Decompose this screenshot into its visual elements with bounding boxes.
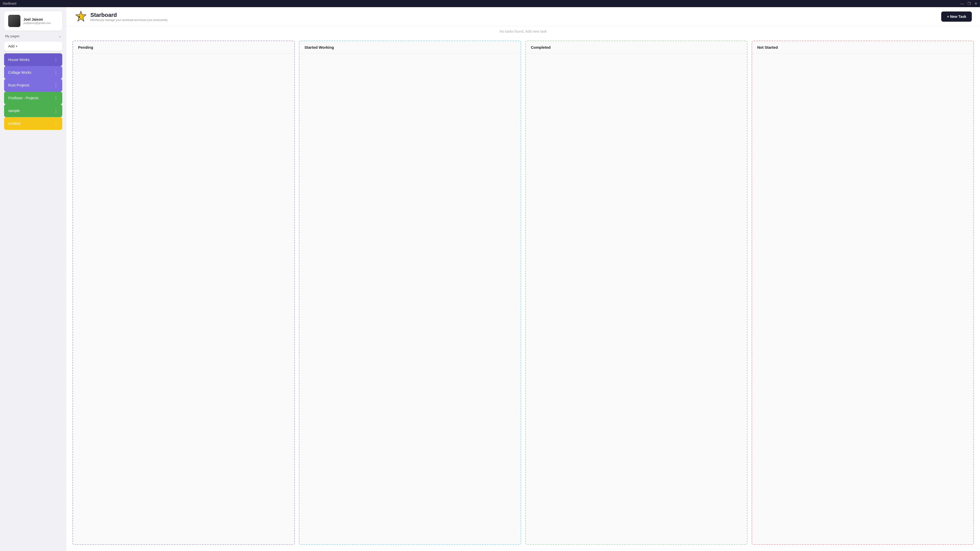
- kanban-col-header-not-started: Not Started: [752, 41, 974, 53]
- titlebar: StarBoard — ❐ ✕: [0, 0, 980, 7]
- kanban-column-pending: Pending: [73, 41, 295, 545]
- titlebar-title: StarBoard: [3, 2, 16, 5]
- avatar: [8, 15, 21, 27]
- kanban-col-body-started-working: [299, 53, 520, 545]
- restore-button[interactable]: ❐: [967, 2, 971, 5]
- more-options-icon[interactable]: ⋮: [54, 70, 58, 75]
- add-page-button[interactable]: Add +: [4, 41, 62, 51]
- svg-marker-0: [76, 11, 86, 21]
- user-name: Joel Jaison: [24, 17, 51, 21]
- page-list: House Works ⋮ Collage Works ⋮ Rust Proje…: [4, 53, 62, 130]
- page-item-label: Collage Works: [8, 70, 32, 75]
- sidebar-item-sample[interactable]: sample ⋮: [4, 104, 62, 117]
- kanban-col-header-completed: Completed: [526, 41, 747, 53]
- chevron-down-icon: ⌄: [59, 34, 61, 38]
- empty-notice: No tasks found, Add new task: [66, 26, 980, 37]
- brand-text: Starboard Effortlessly manage your workl…: [90, 12, 168, 21]
- brand-icon: ★: [75, 10, 87, 23]
- topbar: ★ Starboard Effortlessly manage your wor…: [66, 7, 980, 26]
- main-content: ★ Starboard Effortlessly manage your wor…: [66, 7, 980, 551]
- sidebar-item-house-works[interactable]: House Works ⋮: [4, 53, 62, 66]
- avatar-image: [8, 15, 21, 27]
- page-item-label: Rust Projects: [8, 83, 29, 87]
- user-card: Joel Jaison joeljaison@gmail.com: [4, 11, 62, 30]
- sidebar-item-untitled[interactable]: Untitled ⋮: [4, 117, 62, 130]
- kanban-col-body-not-started: [752, 53, 974, 545]
- page-item-label: House Works: [8, 58, 30, 62]
- app-body: Joel Jaison joeljaison@gmail.com My page…: [0, 7, 980, 551]
- my-pages-label: My pages: [5, 34, 19, 38]
- user-info: Joel Jaison joeljaison@gmail.com: [24, 17, 51, 24]
- titlebar-controls: — ❐ ✕: [960, 2, 977, 5]
- more-options-icon[interactable]: ⋮: [54, 57, 58, 62]
- sidebar-item-collage-works[interactable]: Collage Works ⋮: [4, 66, 62, 79]
- kanban-area: Pending Started Working Completed Not St…: [66, 37, 980, 551]
- more-options-icon[interactable]: ⋮: [54, 108, 58, 114]
- brand: ★ Starboard Effortlessly manage your wor…: [75, 10, 168, 23]
- kanban-col-header-pending: Pending: [73, 41, 294, 53]
- kanban-col-body-pending: [73, 53, 294, 545]
- minimize-button[interactable]: —: [960, 2, 964, 5]
- more-options-icon[interactable]: ⋮: [54, 83, 58, 88]
- kanban-col-header-started-working: Started Working: [299, 41, 520, 53]
- svg-text:★: ★: [78, 16, 81, 18]
- more-options-icon[interactable]: ⋮: [54, 121, 58, 126]
- sidebar-item-rust-projects[interactable]: Rust Projects ⋮: [4, 79, 62, 92]
- titlebar-app-name: StarBoard: [3, 2, 16, 5]
- my-pages-row[interactable]: My pages ⌄: [4, 33, 62, 39]
- brand-title: Starboard: [90, 12, 168, 18]
- more-options-icon[interactable]: ⋮: [54, 95, 58, 101]
- page-item-label: FireBase - Projects: [8, 96, 38, 100]
- brand-subtitle: Effortlessly manage your workload and bo…: [90, 18, 168, 21]
- new-task-button[interactable]: + New Task: [941, 11, 972, 22]
- page-item-label: sample: [8, 109, 20, 113]
- close-button[interactable]: ✕: [974, 2, 977, 5]
- kanban-column-not-started: Not Started: [752, 41, 974, 545]
- kanban-column-started-working: Started Working: [299, 41, 521, 545]
- page-item-label: Untitled: [8, 121, 20, 125]
- sidebar-item-firebase-projects[interactable]: FireBase - Projects ⋮: [4, 92, 62, 104]
- kanban-column-completed: Completed: [525, 41, 748, 545]
- user-email: joeljaison@gmail.com: [24, 21, 51, 24]
- kanban-col-body-completed: [526, 53, 747, 545]
- sidebar: Joel Jaison joeljaison@gmail.com My page…: [0, 7, 66, 551]
